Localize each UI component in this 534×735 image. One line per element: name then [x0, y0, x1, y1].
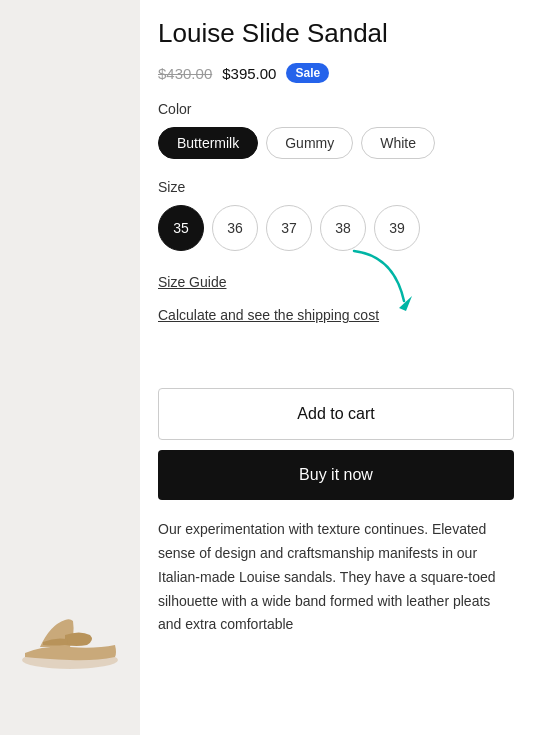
color-option-gummy[interactable]: Gummy — [266, 127, 353, 159]
sale-price: $395.00 — [222, 65, 276, 82]
add-to-cart-button[interactable]: Add to cart — [158, 388, 514, 440]
price-row: $430.00 $395.00 Sale — [158, 63, 514, 83]
buy-now-button[interactable]: Buy it now — [158, 450, 514, 500]
sale-badge: Sale — [286, 63, 329, 83]
shipping-area: Calculate and see the shipping cost — [158, 306, 514, 366]
size-guide-link[interactable]: Size Guide — [158, 274, 226, 290]
size-option-39[interactable]: 39 — [374, 205, 420, 251]
size-options: 35 36 37 38 39 — [158, 205, 514, 251]
size-option-35[interactable]: 35 — [158, 205, 204, 251]
color-label: Color — [158, 101, 514, 117]
size-option-36[interactable]: 36 — [212, 205, 258, 251]
size-option-37[interactable]: 37 — [266, 205, 312, 251]
product-title: Louise Slide Sandal — [158, 18, 514, 49]
product-image — [15, 595, 125, 675]
color-option-white[interactable]: White — [361, 127, 435, 159]
product-panel: Louise Slide Sandal $430.00 $395.00 Sale… — [140, 0, 534, 735]
svg-marker-1 — [399, 296, 412, 311]
product-image-panel — [0, 0, 140, 735]
color-option-buttermilk[interactable]: Buttermilk — [158, 127, 258, 159]
original-price: $430.00 — [158, 65, 212, 82]
size-label: Size — [158, 179, 514, 195]
color-options: Buttermilk Gummy White — [158, 127, 514, 159]
product-description: Our experimentation with texture continu… — [158, 518, 514, 637]
size-option-38[interactable]: 38 — [320, 205, 366, 251]
arrow-icon — [344, 246, 424, 316]
